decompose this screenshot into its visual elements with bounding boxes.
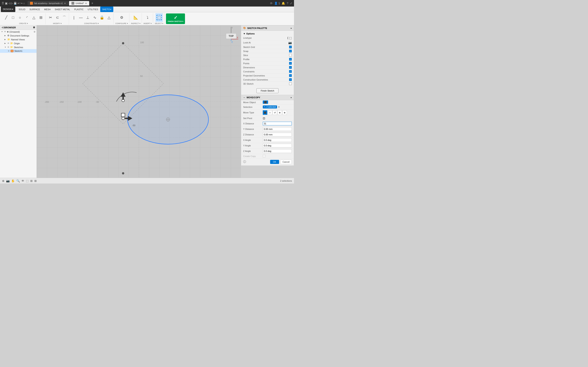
cancel-button[interactable]: Cancel [280, 160, 292, 164]
origin-vis-icon[interactable]: 👁 [7, 42, 9, 44]
z-angle-input[interactable] [263, 149, 292, 153]
tree-item-sketch1[interactable]: 👁 S Sketch1 [0, 49, 36, 53]
constraints-checkbox[interactable]: ✓ [289, 70, 292, 73]
ok-button[interactable]: OK [270, 160, 279, 164]
projected-checkbox[interactable]: ✓ [289, 74, 292, 77]
toolbar-poly-btn[interactable]: △ [31, 13, 37, 22]
selection-clear-icon[interactable]: ✕ [278, 106, 280, 108]
toolbar-rect2-btn[interactable]: ⊞ [38, 13, 44, 22]
save-btn[interactable]: 💾 [14, 2, 17, 5]
move-type-btn-1[interactable]: ⬛ [263, 110, 267, 115]
zoom-icon[interactable]: 🔍 [16, 179, 20, 183]
points-checkbox[interactable]: ✓ [289, 62, 292, 65]
snap-tool-icon[interactable]: ⊕ [2, 179, 4, 183]
create-label[interactable]: CREATE ▾ [19, 22, 28, 25]
root-options[interactable]: ⊙ [34, 31, 35, 33]
slice-checkbox[interactable] [289, 54, 292, 57]
toolbar-horiz-btn[interactable]: — [78, 13, 84, 22]
toolbar-configure-btn[interactable]: ⚙ [118, 13, 125, 22]
toolbar-select-btn[interactable]: ⬚ [155, 13, 163, 22]
constraints-label[interactable]: CONSTRAINTS ▾ [84, 22, 99, 25]
browser-collapse-icon[interactable]: ◁ [2, 26, 3, 29]
sketches-vis-icon[interactable]: 👁 [7, 46, 9, 48]
view-cube[interactable]: Y Z X TOP [223, 27, 239, 43]
app-menu-icon[interactable]: ⠿ [2, 1, 4, 5]
design-menu[interactable]: DESIGN ▾ [1, 7, 15, 12]
toolbar-line-btn[interactable]: ╱ [3, 13, 9, 22]
info-icon[interactable]: ⓘ [243, 160, 246, 164]
home-btn[interactable]: ⌂ [23, 2, 25, 5]
more-icon[interactable]: ⊞ [34, 179, 37, 183]
dimensions-checkbox[interactable]: ✓ [289, 66, 292, 69]
capture-icon[interactable]: 📷 [6, 179, 9, 183]
tree-item-sketches[interactable]: ▼ 👁 📁 Sketches [0, 45, 36, 49]
menu-sketch[interactable]: SKETCH [100, 7, 113, 12]
palette-expand-icon[interactable]: » [291, 27, 292, 29]
construction-checkbox[interactable]: ✓ [289, 78, 292, 81]
root-visibility-icon[interactable]: 👁 [4, 31, 6, 33]
display-icon[interactable]: ⬚ [26, 179, 29, 183]
bell-icon[interactable]: 🔔 [282, 2, 285, 5]
tree-item-root[interactable]: ▼ 👁 ◈ (Unsaved) ⊙ [0, 30, 36, 34]
move-type-btn-4[interactable]: ⊕ [277, 110, 282, 115]
tab-untitled[interactable]: Untitled* ✕ [69, 1, 89, 6]
toolbar-vertical-btn[interactable]: | [71, 13, 77, 22]
move-type-btn-2[interactable]: ⊹ [268, 110, 272, 115]
configure-label[interactable]: CONFIGURE ▾ [115, 22, 128, 25]
menu-mesh[interactable]: MESH [42, 7, 53, 12]
profile-checkbox[interactable]: ✓ [289, 58, 292, 60]
x-distance-input[interactable] [263, 122, 292, 125]
y-distance-input[interactable] [263, 127, 292, 131]
pan-icon[interactable]: ✋ [11, 179, 15, 183]
move-object-icon[interactable]: ⬛ [263, 100, 268, 104]
toolbar-inspect-btn[interactable]: 📐 [132, 13, 139, 22]
sketch-grid-checkbox[interactable]: ✓ [289, 46, 292, 48]
toolbar-arc-btn[interactable]: ◜ [24, 13, 30, 22]
3d-sketch-checkbox[interactable] [289, 82, 292, 85]
finish-sketch-btn[interactable]: ✓ FINISH SKETCH ▾ [166, 13, 185, 24]
z-distance-input[interactable] [263, 133, 292, 136]
toolbar-tang-btn[interactable]: ∿ [91, 13, 98, 22]
toolbar-sym-btn[interactable]: △ [106, 13, 112, 22]
palette-section-header[interactable]: ▼ Options [243, 32, 292, 36]
redo-btn[interactable]: ↪ [20, 2, 22, 5]
menu-surface[interactable]: SURFACE [27, 7, 42, 12]
undo-btn[interactable]: ↩ [17, 2, 20, 5]
sync-icon[interactable]: ⟳ [270, 2, 273, 5]
toolbar-rect-btn[interactable]: □ [10, 13, 16, 22]
toolbar-trim-btn[interactable]: ✂ [47, 13, 54, 22]
select-label[interactable]: SELECT ▾ [155, 22, 163, 25]
new-tab-btn[interactable]: + [90, 1, 94, 5]
move-type-btn-3[interactable]: ↺ [273, 110, 277, 115]
toolbar-extend-btn[interactable]: ⊂ [54, 13, 61, 22]
toolbar-insert-btn[interactable]: ⤵ [144, 13, 151, 22]
snap-checkbox[interactable]: ✓ [289, 50, 292, 52]
expand-icon[interactable]: ⤢ [290, 2, 292, 5]
modify-label[interactable]: MODIFY ▾ [53, 22, 62, 25]
sketch1-vis-icon[interactable]: 👁 [8, 50, 10, 52]
toolbar-fillet-btn[interactable]: ⌒ [61, 13, 68, 22]
browser-options-icon[interactable]: ⊞ [33, 26, 35, 29]
tab-lampshade[interactable]: fab academy– lampshade v1 ✕ [27, 1, 68, 6]
move-copy-expand-icon[interactable]: » [291, 96, 292, 99]
look-at-icon[interactable]: 📷 [288, 41, 292, 44]
set-pivot-icon[interactable]: ⊡ [263, 117, 265, 120]
toolbar-perp-btn[interactable]: ⊥ [85, 13, 91, 22]
back-btn[interactable]: ◁ [8, 2, 10, 5]
tree-item-named-views[interactable]: ▶ 📁 Named Views [0, 38, 36, 42]
user-icon[interactable]: 👤 1 [274, 2, 280, 5]
finish-sketch-palette-btn[interactable]: Finish Sketch [256, 88, 278, 93]
move-type-btn-5[interactable]: ⊗ [282, 110, 287, 115]
linetype-dash-icon[interactable]: ⬚ [289, 36, 292, 40]
menu-plastic[interactable]: PLASTIC [72, 7, 86, 12]
create-copy-checkbox[interactable] [263, 155, 265, 157]
selection-badge[interactable]: ↖ 2 selected [263, 105, 277, 108]
inspect-label[interactable]: INSPECT ▾ [131, 22, 140, 25]
view-icon[interactable]: 👁 [21, 179, 24, 183]
forward-btn[interactable]: ▷ [11, 2, 13, 5]
tab-lampshade-close[interactable]: ✕ [64, 2, 66, 4]
y-angle-input[interactable] [263, 144, 292, 147]
help-icon[interactable]: ? [287, 2, 288, 5]
tree-item-origin[interactable]: ▶ 👁 📁 Origin [0, 42, 36, 45]
tab-untitled-close[interactable]: ✕ [85, 2, 87, 4]
